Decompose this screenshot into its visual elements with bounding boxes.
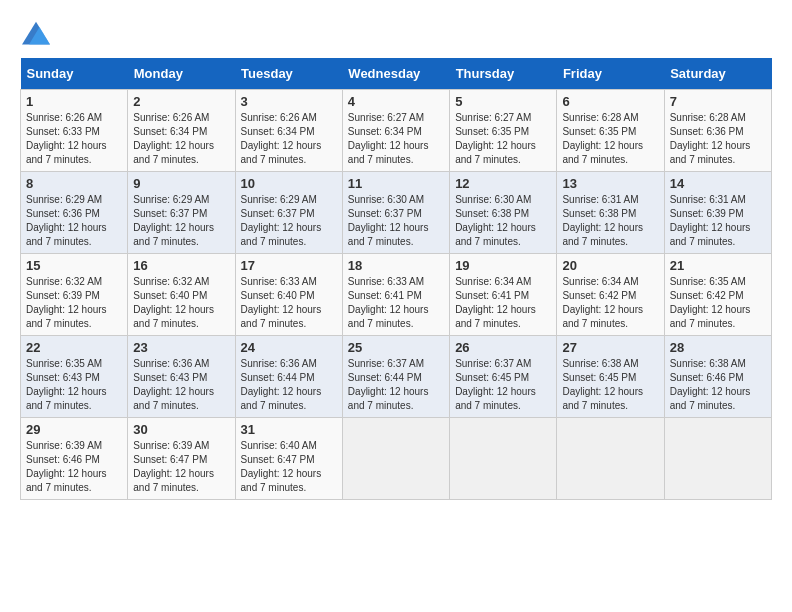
calendar-week-1: 1Sunrise: 6:26 AMSunset: 6:33 PMDaylight… xyxy=(21,90,772,172)
calendar-cell xyxy=(557,418,664,500)
day-info: Sunrise: 6:39 AMSunset: 6:47 PMDaylight:… xyxy=(133,440,214,493)
day-number: 9 xyxy=(133,176,229,191)
day-info: Sunrise: 6:37 AMSunset: 6:44 PMDaylight:… xyxy=(348,358,429,411)
day-number: 31 xyxy=(241,422,337,437)
calendar-cell: 24Sunrise: 6:36 AMSunset: 6:44 PMDayligh… xyxy=(235,336,342,418)
calendar-header: SundayMondayTuesdayWednesdayThursdayFrid… xyxy=(21,58,772,90)
calendar-cell: 21Sunrise: 6:35 AMSunset: 6:42 PMDayligh… xyxy=(664,254,771,336)
header-cell-thursday: Thursday xyxy=(450,58,557,90)
calendar-cell: 18Sunrise: 6:33 AMSunset: 6:41 PMDayligh… xyxy=(342,254,449,336)
calendar-cell xyxy=(342,418,449,500)
calendar-cell: 2Sunrise: 6:26 AMSunset: 6:34 PMDaylight… xyxy=(128,90,235,172)
header-cell-tuesday: Tuesday xyxy=(235,58,342,90)
calendar-cell: 27Sunrise: 6:38 AMSunset: 6:45 PMDayligh… xyxy=(557,336,664,418)
calendar-cell: 7Sunrise: 6:28 AMSunset: 6:36 PMDaylight… xyxy=(664,90,771,172)
day-number: 25 xyxy=(348,340,444,355)
day-number: 30 xyxy=(133,422,229,437)
day-number: 5 xyxy=(455,94,551,109)
day-info: Sunrise: 6:38 AMSunset: 6:45 PMDaylight:… xyxy=(562,358,643,411)
day-info: Sunrise: 6:26 AMSunset: 6:33 PMDaylight:… xyxy=(26,112,107,165)
calendar-cell: 3Sunrise: 6:26 AMSunset: 6:34 PMDaylight… xyxy=(235,90,342,172)
day-info: Sunrise: 6:29 AMSunset: 6:36 PMDaylight:… xyxy=(26,194,107,247)
day-info: Sunrise: 6:33 AMSunset: 6:41 PMDaylight:… xyxy=(348,276,429,329)
calendar-cell: 17Sunrise: 6:33 AMSunset: 6:40 PMDayligh… xyxy=(235,254,342,336)
header-cell-monday: Monday xyxy=(128,58,235,90)
day-number: 29 xyxy=(26,422,122,437)
day-info: Sunrise: 6:27 AMSunset: 6:34 PMDaylight:… xyxy=(348,112,429,165)
calendar-cell: 26Sunrise: 6:37 AMSunset: 6:45 PMDayligh… xyxy=(450,336,557,418)
day-number: 10 xyxy=(241,176,337,191)
calendar-week-3: 15Sunrise: 6:32 AMSunset: 6:39 PMDayligh… xyxy=(21,254,772,336)
day-info: Sunrise: 6:29 AMSunset: 6:37 PMDaylight:… xyxy=(241,194,322,247)
day-number: 22 xyxy=(26,340,122,355)
day-number: 26 xyxy=(455,340,551,355)
day-number: 24 xyxy=(241,340,337,355)
day-info: Sunrise: 6:30 AMSunset: 6:38 PMDaylight:… xyxy=(455,194,536,247)
day-number: 2 xyxy=(133,94,229,109)
day-info: Sunrise: 6:36 AMSunset: 6:43 PMDaylight:… xyxy=(133,358,214,411)
calendar-cell: 1Sunrise: 6:26 AMSunset: 6:33 PMDaylight… xyxy=(21,90,128,172)
day-number: 11 xyxy=(348,176,444,191)
day-number: 27 xyxy=(562,340,658,355)
logo xyxy=(20,20,56,48)
calendar-cell: 6Sunrise: 6:28 AMSunset: 6:35 PMDaylight… xyxy=(557,90,664,172)
calendar-cell: 4Sunrise: 6:27 AMSunset: 6:34 PMDaylight… xyxy=(342,90,449,172)
calendar-table: SundayMondayTuesdayWednesdayThursdayFrid… xyxy=(20,58,772,500)
calendar-cell: 13Sunrise: 6:31 AMSunset: 6:38 PMDayligh… xyxy=(557,172,664,254)
calendar-cell: 23Sunrise: 6:36 AMSunset: 6:43 PMDayligh… xyxy=(128,336,235,418)
calendar-cell: 25Sunrise: 6:37 AMSunset: 6:44 PMDayligh… xyxy=(342,336,449,418)
day-number: 14 xyxy=(670,176,766,191)
day-number: 7 xyxy=(670,94,766,109)
day-info: Sunrise: 6:31 AMSunset: 6:39 PMDaylight:… xyxy=(670,194,751,247)
day-info: Sunrise: 6:39 AMSunset: 6:46 PMDaylight:… xyxy=(26,440,107,493)
calendar-cell: 28Sunrise: 6:38 AMSunset: 6:46 PMDayligh… xyxy=(664,336,771,418)
header-cell-sunday: Sunday xyxy=(21,58,128,90)
day-number: 16 xyxy=(133,258,229,273)
calendar-cell: 15Sunrise: 6:32 AMSunset: 6:39 PMDayligh… xyxy=(21,254,128,336)
calendar-cell: 14Sunrise: 6:31 AMSunset: 6:39 PMDayligh… xyxy=(664,172,771,254)
calendar-cell: 29Sunrise: 6:39 AMSunset: 6:46 PMDayligh… xyxy=(21,418,128,500)
logo-icon xyxy=(20,20,52,48)
day-info: Sunrise: 6:27 AMSunset: 6:35 PMDaylight:… xyxy=(455,112,536,165)
day-number: 18 xyxy=(348,258,444,273)
day-number: 3 xyxy=(241,94,337,109)
day-number: 4 xyxy=(348,94,444,109)
calendar-week-2: 8Sunrise: 6:29 AMSunset: 6:36 PMDaylight… xyxy=(21,172,772,254)
day-info: Sunrise: 6:36 AMSunset: 6:44 PMDaylight:… xyxy=(241,358,322,411)
calendar-cell: 16Sunrise: 6:32 AMSunset: 6:40 PMDayligh… xyxy=(128,254,235,336)
day-number: 21 xyxy=(670,258,766,273)
page-header xyxy=(20,20,772,48)
day-number: 1 xyxy=(26,94,122,109)
day-number: 28 xyxy=(670,340,766,355)
calendar-cell: 11Sunrise: 6:30 AMSunset: 6:37 PMDayligh… xyxy=(342,172,449,254)
calendar-cell: 31Sunrise: 6:40 AMSunset: 6:47 PMDayligh… xyxy=(235,418,342,500)
day-info: Sunrise: 6:30 AMSunset: 6:37 PMDaylight:… xyxy=(348,194,429,247)
day-number: 19 xyxy=(455,258,551,273)
calendar-cell xyxy=(664,418,771,500)
day-number: 6 xyxy=(562,94,658,109)
day-info: Sunrise: 6:37 AMSunset: 6:45 PMDaylight:… xyxy=(455,358,536,411)
calendar-cell: 12Sunrise: 6:30 AMSunset: 6:38 PMDayligh… xyxy=(450,172,557,254)
calendar-cell: 10Sunrise: 6:29 AMSunset: 6:37 PMDayligh… xyxy=(235,172,342,254)
day-info: Sunrise: 6:35 AMSunset: 6:42 PMDaylight:… xyxy=(670,276,751,329)
calendar-cell: 20Sunrise: 6:34 AMSunset: 6:42 PMDayligh… xyxy=(557,254,664,336)
day-info: Sunrise: 6:29 AMSunset: 6:37 PMDaylight:… xyxy=(133,194,214,247)
calendar-week-5: 29Sunrise: 6:39 AMSunset: 6:46 PMDayligh… xyxy=(21,418,772,500)
day-number: 8 xyxy=(26,176,122,191)
header-row: SundayMondayTuesdayWednesdayThursdayFrid… xyxy=(21,58,772,90)
calendar-cell: 9Sunrise: 6:29 AMSunset: 6:37 PMDaylight… xyxy=(128,172,235,254)
calendar-week-4: 22Sunrise: 6:35 AMSunset: 6:43 PMDayligh… xyxy=(21,336,772,418)
calendar-body: 1Sunrise: 6:26 AMSunset: 6:33 PMDaylight… xyxy=(21,90,772,500)
day-info: Sunrise: 6:32 AMSunset: 6:39 PMDaylight:… xyxy=(26,276,107,329)
day-info: Sunrise: 6:26 AMSunset: 6:34 PMDaylight:… xyxy=(133,112,214,165)
calendar-cell: 5Sunrise: 6:27 AMSunset: 6:35 PMDaylight… xyxy=(450,90,557,172)
day-info: Sunrise: 6:35 AMSunset: 6:43 PMDaylight:… xyxy=(26,358,107,411)
calendar-cell: 19Sunrise: 6:34 AMSunset: 6:41 PMDayligh… xyxy=(450,254,557,336)
day-info: Sunrise: 6:32 AMSunset: 6:40 PMDaylight:… xyxy=(133,276,214,329)
day-number: 13 xyxy=(562,176,658,191)
header-cell-friday: Friday xyxy=(557,58,664,90)
day-info: Sunrise: 6:33 AMSunset: 6:40 PMDaylight:… xyxy=(241,276,322,329)
day-info: Sunrise: 6:28 AMSunset: 6:35 PMDaylight:… xyxy=(562,112,643,165)
header-cell-wednesday: Wednesday xyxy=(342,58,449,90)
day-info: Sunrise: 6:40 AMSunset: 6:47 PMDaylight:… xyxy=(241,440,322,493)
